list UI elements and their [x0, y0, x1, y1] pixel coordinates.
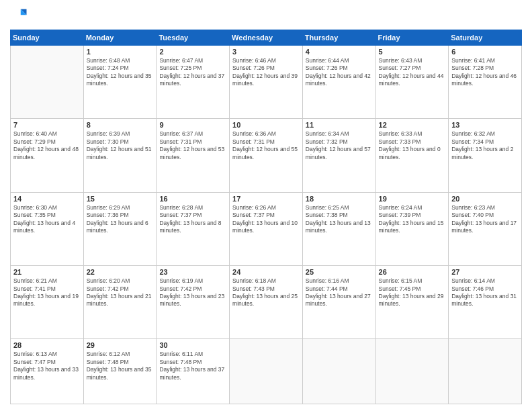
day-info: Sunrise: 6:18 AMSunset: 7:43 PMDaylight:…	[232, 277, 300, 308]
calendar-cell	[11, 46, 84, 119]
day-info: Sunrise: 6:13 AMSunset: 7:47 PMDaylight:…	[13, 351, 81, 381]
calendar-cell: 17Sunrise: 6:26 AMSunset: 7:37 PMDayligh…	[230, 192, 303, 265]
day-info: Sunrise: 6:12 AMSunset: 7:48 PMDaylight:…	[87, 351, 154, 381]
day-info: Sunrise: 6:23 AMSunset: 7:40 PMDaylight:…	[451, 204, 519, 235]
week-row-1: 1Sunrise: 6:48 AMSunset: 7:24 PMDaylight…	[11, 46, 522, 119]
day-info: Sunrise: 6:44 AMSunset: 7:26 PMDaylight:…	[306, 57, 373, 88]
day-info: Sunrise: 6:15 AMSunset: 7:45 PMDaylight:…	[379, 277, 446, 308]
calendar-cell: 16Sunrise: 6:28 AMSunset: 7:37 PMDayligh…	[157, 192, 230, 265]
page: SundayMondayTuesdayWednesdayThursdayFrid…	[0, 0, 532, 411]
day-number: 30	[159, 341, 226, 349]
day-info: Sunrise: 6:32 AMSunset: 7:34 PMDaylight:…	[451, 130, 519, 161]
calendar-cell: 14Sunrise: 6:30 AMSunset: 7:35 PMDayligh…	[11, 192, 84, 265]
day-info: Sunrise: 6:36 AMSunset: 7:31 PMDaylight:…	[232, 130, 300, 161]
day-info: Sunrise: 6:48 AMSunset: 7:24 PMDaylight:…	[87, 57, 154, 88]
day-info: Sunrise: 6:19 AMSunset: 7:42 PMDaylight:…	[159, 277, 226, 308]
day-number: 16	[159, 195, 226, 203]
weekday-header-saturday: Saturday	[449, 30, 522, 46]
day-info: Sunrise: 6:37 AMSunset: 7:31 PMDaylight:…	[159, 130, 226, 161]
calendar-cell	[449, 339, 522, 404]
calendar-cell: 7Sunrise: 6:40 AMSunset: 7:29 PMDaylight…	[11, 119, 84, 192]
weekday-header-monday: Monday	[83, 30, 157, 46]
day-number: 25	[306, 268, 373, 276]
calendar-cell: 9Sunrise: 6:37 AMSunset: 7:31 PMDaylight…	[157, 119, 230, 192]
weekday-header-wednesday: Wednesday	[230, 30, 303, 46]
day-info: Sunrise: 6:25 AMSunset: 7:38 PMDaylight:…	[306, 204, 373, 235]
day-number: 17	[232, 195, 300, 203]
calendar-cell: 8Sunrise: 6:39 AMSunset: 7:30 PMDaylight…	[83, 119, 157, 192]
week-row-4: 21Sunrise: 6:21 AMSunset: 7:41 PMDayligh…	[11, 266, 522, 339]
day-number: 15	[87, 195, 154, 203]
day-number: 3	[232, 48, 300, 56]
day-info: Sunrise: 6:16 AMSunset: 7:44 PMDaylight:…	[306, 277, 373, 308]
calendar-cell: 19Sunrise: 6:24 AMSunset: 7:39 PMDayligh…	[375, 192, 449, 265]
calendar-cell: 23Sunrise: 6:19 AMSunset: 7:42 PMDayligh…	[157, 266, 230, 339]
calendar-cell	[230, 339, 303, 404]
day-info: Sunrise: 6:43 AMSunset: 7:27 PMDaylight:…	[379, 57, 446, 88]
calendar-cell: 2Sunrise: 6:47 AMSunset: 7:25 PMDaylight…	[157, 46, 230, 119]
calendar-cell	[375, 339, 449, 404]
day-info: Sunrise: 6:30 AMSunset: 7:35 PMDaylight:…	[13, 204, 81, 235]
day-info: Sunrise: 6:26 AMSunset: 7:37 PMDaylight:…	[232, 204, 300, 235]
calendar-cell: 25Sunrise: 6:16 AMSunset: 7:44 PMDayligh…	[302, 266, 375, 339]
day-info: Sunrise: 6:11 AMSunset: 7:48 PMDaylight:…	[159, 351, 226, 381]
week-row-2: 7Sunrise: 6:40 AMSunset: 7:29 PMDaylight…	[11, 119, 522, 192]
calendar-cell: 6Sunrise: 6:41 AMSunset: 7:28 PMDaylight…	[449, 46, 522, 119]
calendar-cell: 12Sunrise: 6:33 AMSunset: 7:33 PMDayligh…	[375, 119, 449, 192]
day-number: 8	[87, 121, 154, 129]
day-number: 20	[451, 195, 519, 203]
day-number: 1	[87, 48, 154, 56]
calendar-cell: 21Sunrise: 6:21 AMSunset: 7:41 PMDayligh…	[11, 266, 84, 339]
calendar-cell: 22Sunrise: 6:20 AMSunset: 7:42 PMDayligh…	[83, 266, 157, 339]
week-row-3: 14Sunrise: 6:30 AMSunset: 7:35 PMDayligh…	[11, 192, 522, 265]
day-info: Sunrise: 6:20 AMSunset: 7:42 PMDaylight:…	[87, 277, 154, 308]
day-number: 5	[379, 48, 446, 56]
day-info: Sunrise: 6:39 AMSunset: 7:30 PMDaylight:…	[87, 130, 154, 161]
calendar-cell: 3Sunrise: 6:46 AMSunset: 7:26 PMDaylight…	[230, 46, 303, 119]
weekday-header-row: SundayMondayTuesdayWednesdayThursdayFrid…	[11, 30, 522, 46]
calendar-cell: 13Sunrise: 6:32 AMSunset: 7:34 PMDayligh…	[449, 119, 522, 192]
day-number: 4	[306, 48, 373, 56]
day-number: 22	[87, 268, 154, 276]
weekday-header-tuesday: Tuesday	[157, 30, 230, 46]
calendar-cell: 1Sunrise: 6:48 AMSunset: 7:24 PMDaylight…	[83, 46, 157, 119]
day-info: Sunrise: 6:33 AMSunset: 7:33 PMDaylight:…	[379, 130, 446, 161]
day-number: 7	[13, 121, 81, 129]
calendar-cell: 15Sunrise: 6:29 AMSunset: 7:36 PMDayligh…	[83, 192, 157, 265]
day-info: Sunrise: 6:21 AMSunset: 7:41 PMDaylight:…	[13, 277, 81, 308]
calendar-cell: 29Sunrise: 6:12 AMSunset: 7:48 PMDayligh…	[83, 339, 157, 404]
day-info: Sunrise: 6:41 AMSunset: 7:28 PMDaylight:…	[451, 57, 519, 88]
day-info: Sunrise: 6:40 AMSunset: 7:29 PMDaylight:…	[13, 130, 81, 161]
calendar-cell: 30Sunrise: 6:11 AMSunset: 7:48 PMDayligh…	[157, 339, 230, 404]
day-number: 11	[306, 121, 373, 129]
calendar-cell: 26Sunrise: 6:15 AMSunset: 7:45 PMDayligh…	[375, 266, 449, 339]
day-number: 6	[451, 48, 519, 56]
day-number: 23	[159, 268, 226, 276]
day-number: 26	[379, 268, 446, 276]
week-row-5: 28Sunrise: 6:13 AMSunset: 7:47 PMDayligh…	[11, 339, 522, 404]
day-number: 28	[13, 341, 81, 349]
weekday-header-friday: Friday	[375, 30, 449, 46]
day-number: 27	[451, 268, 519, 276]
calendar-cell: 24Sunrise: 6:18 AMSunset: 7:43 PMDayligh…	[230, 266, 303, 339]
day-info: Sunrise: 6:34 AMSunset: 7:32 PMDaylight:…	[306, 130, 373, 161]
day-info: Sunrise: 6:29 AMSunset: 7:36 PMDaylight:…	[87, 204, 154, 235]
calendar-table: SundayMondayTuesdayWednesdayThursdayFrid…	[10, 30, 522, 404]
day-info: Sunrise: 6:47 AMSunset: 7:25 PMDaylight:…	[159, 57, 226, 88]
calendar-cell: 11Sunrise: 6:34 AMSunset: 7:32 PMDayligh…	[302, 119, 375, 192]
day-number: 21	[13, 268, 81, 276]
day-number: 12	[379, 121, 446, 129]
day-number: 14	[13, 195, 81, 203]
calendar-cell: 10Sunrise: 6:36 AMSunset: 7:31 PMDayligh…	[230, 119, 303, 192]
logo-icon	[10, 7, 29, 26]
weekday-header-sunday: Sunday	[11, 30, 84, 46]
calendar-cell: 27Sunrise: 6:14 AMSunset: 7:46 PMDayligh…	[449, 266, 522, 339]
calendar-cell	[302, 339, 375, 404]
day-info: Sunrise: 6:28 AMSunset: 7:37 PMDaylight:…	[159, 204, 226, 235]
calendar-cell: 20Sunrise: 6:23 AMSunset: 7:40 PMDayligh…	[449, 192, 522, 265]
day-number: 18	[306, 195, 373, 203]
day-info: Sunrise: 6:24 AMSunset: 7:39 PMDaylight:…	[379, 204, 446, 235]
day-number: 10	[232, 121, 300, 129]
calendar-cell: 28Sunrise: 6:13 AMSunset: 7:47 PMDayligh…	[11, 339, 84, 404]
weekday-header-thursday: Thursday	[302, 30, 375, 46]
